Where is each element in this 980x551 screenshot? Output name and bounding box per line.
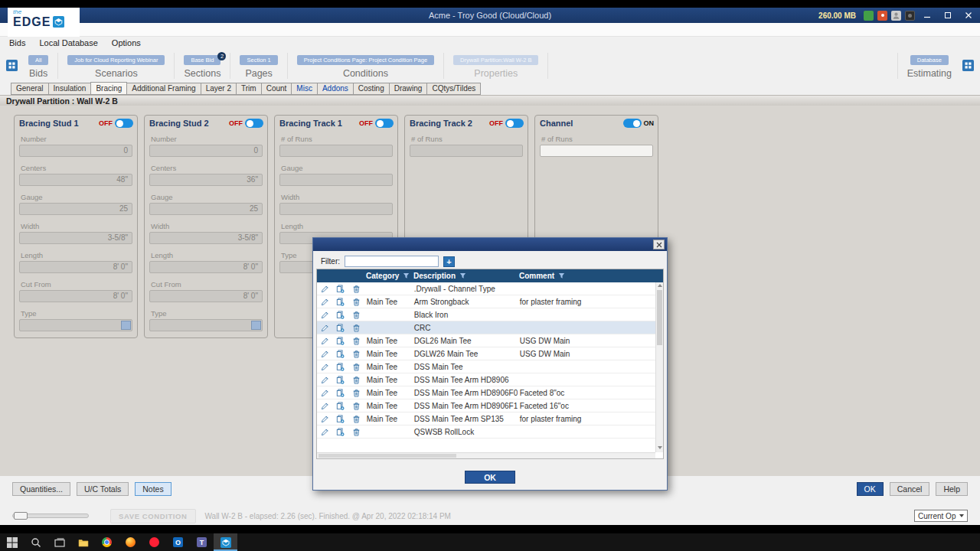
horizontal-scrollbar[interactable] xyxy=(317,452,655,458)
scenarios-pill[interactable]: Job for Cloud Reporting Webinar xyxy=(67,55,165,65)
teams-icon[interactable]: T xyxy=(190,533,214,551)
menu-options[interactable]: Options xyxy=(112,38,141,47)
copy-icon[interactable] xyxy=(333,285,349,293)
delete-icon[interactable] xyxy=(348,376,364,384)
tab-count[interactable]: Count xyxy=(261,83,292,95)
filter-input[interactable] xyxy=(345,256,439,267)
edit-icon[interactable] xyxy=(317,363,333,371)
filter-funnel-icon[interactable] xyxy=(403,272,410,279)
tab-general[interactable]: General xyxy=(11,83,49,95)
table-row[interactable]: Main TeeDSS Main Tee Arm HD8906 xyxy=(317,373,655,386)
tab-bracing[interactable]: Bracing xyxy=(90,82,127,95)
delete-icon[interactable] xyxy=(348,285,364,293)
outlook-icon[interactable]: O xyxy=(166,533,190,551)
copy-icon[interactable] xyxy=(333,363,349,371)
toolbar-group-properties[interactable]: Drywall Partition:Wall W-2 B Properties xyxy=(444,53,548,79)
table-row[interactable]: .Drywall - Channel Type xyxy=(317,282,655,295)
table-row[interactable]: Main TeeArm Strongbackfor plaster framin… xyxy=(317,295,655,308)
runs-input[interactable] xyxy=(540,145,653,157)
edit-icon[interactable] xyxy=(317,389,333,397)
current-op-dropdown[interactable]: Current Op xyxy=(914,510,968,522)
start-icon[interactable] xyxy=(0,533,24,551)
delete-icon[interactable] xyxy=(348,363,364,371)
database-pill[interactable]: Database xyxy=(910,55,949,65)
uc-totals-button[interactable]: U/C Totals xyxy=(77,482,129,496)
cut-from-input[interactable]: 8' 0" xyxy=(19,290,132,302)
add-item-button[interactable]: + xyxy=(443,256,455,267)
edit-icon[interactable] xyxy=(317,298,333,306)
type-input[interactable] xyxy=(19,319,132,331)
delete-icon[interactable] xyxy=(348,415,364,423)
length-input[interactable]: 8' 0" xyxy=(149,261,263,273)
quantities-button[interactable]: Quantities... xyxy=(12,482,70,496)
table-row[interactable]: Black Iron xyxy=(317,308,655,321)
gauge-input[interactable]: 25 xyxy=(19,203,132,215)
help-button[interactable]: Help xyxy=(936,482,968,496)
dialog-title-bar[interactable] xyxy=(313,238,667,251)
bids-label[interactable]: Bids xyxy=(29,68,47,79)
bids-pill[interactable]: All xyxy=(28,55,48,65)
edge-app-icon[interactable] xyxy=(214,533,237,551)
type-picker-button[interactable] xyxy=(251,321,261,330)
properties-label[interactable]: Properties xyxy=(474,68,518,79)
sections-pill[interactable]: Base Bid xyxy=(184,55,220,65)
delete-icon[interactable] xyxy=(348,298,364,306)
edit-icon[interactable] xyxy=(317,285,333,293)
table-row[interactable]: Main TeeDGL26 Main TeeUSG DW Main xyxy=(317,334,655,347)
tab-additional-framing[interactable]: Additional Framing xyxy=(126,83,201,95)
copy-icon[interactable] xyxy=(333,376,349,384)
copy-icon[interactable] xyxy=(333,350,349,358)
pages-pill[interactable]: Section 1 xyxy=(240,55,277,65)
description-column-header[interactable]: Description xyxy=(412,272,518,280)
delete-icon[interactable] xyxy=(348,428,364,436)
toolbar-group-estimating[interactable]: Database Estimating xyxy=(897,53,961,79)
menu-bids[interactable]: Bids xyxy=(9,38,25,47)
delete-icon[interactable] xyxy=(348,337,364,345)
delete-icon[interactable] xyxy=(348,350,364,358)
category-column-header[interactable]: Category xyxy=(364,272,412,280)
edit-icon[interactable] xyxy=(317,402,333,410)
firefox-icon[interactable] xyxy=(119,533,142,551)
copy-icon[interactable] xyxy=(333,298,349,306)
tab-insulation[interactable]: Insulation xyxy=(48,83,92,95)
estimating-label[interactable]: Estimating xyxy=(907,68,952,79)
scrollbar-thumb[interactable] xyxy=(318,454,456,458)
centers-input[interactable]: 48" xyxy=(19,174,132,186)
copy-icon[interactable] xyxy=(333,337,349,345)
edit-icon[interactable] xyxy=(317,428,333,436)
sections-label[interactable]: Sections xyxy=(184,68,220,79)
copy-icon[interactable] xyxy=(333,389,349,397)
dialog-ok-button[interactable]: OK xyxy=(465,471,515,484)
tab-misc[interactable]: Misc xyxy=(291,83,318,95)
table-row[interactable]: CRC xyxy=(317,321,655,334)
width-input[interactable] xyxy=(279,203,393,215)
copy-icon[interactable] xyxy=(333,311,349,319)
apps-grid-icon[interactable] xyxy=(6,60,18,71)
scrollbar-thumb[interactable] xyxy=(657,290,662,345)
alert-icon[interactable] xyxy=(877,11,887,21)
copy-icon[interactable] xyxy=(333,428,349,436)
slider-thumb[interactable] xyxy=(14,512,28,520)
number-input[interactable]: 0 xyxy=(19,145,132,157)
edit-icon[interactable] xyxy=(317,311,333,319)
tab-addons[interactable]: Addons xyxy=(317,83,354,95)
cut-from-input[interactable]: 8' 0" xyxy=(149,290,263,302)
close-button[interactable] xyxy=(960,9,977,22)
type-picker-button[interactable] xyxy=(121,321,131,330)
search-icon[interactable] xyxy=(24,533,47,551)
gauge-input[interactable] xyxy=(279,174,393,186)
table-row[interactable]: Main TeeDSS Main Tee Arm SP135for plaste… xyxy=(317,412,655,425)
gauge-input[interactable]: 25 xyxy=(149,203,263,215)
ok-button[interactable]: OK xyxy=(857,482,884,496)
toolbar-group-bids[interactable]: All Bids xyxy=(19,53,58,79)
runs-input[interactable] xyxy=(279,145,393,157)
tab-trim[interactable]: Trim xyxy=(236,83,262,95)
toolbar-group-sections[interactable]: Base Bid 2 Sections xyxy=(175,53,230,79)
apps-grid-icon[interactable] xyxy=(962,60,974,71)
maximize-button[interactable] xyxy=(939,9,956,22)
copy-icon[interactable] xyxy=(333,402,349,410)
vertical-scrollbar[interactable] xyxy=(655,282,663,452)
channel-toggle[interactable] xyxy=(623,119,642,128)
edit-icon[interactable] xyxy=(317,324,333,332)
dialog-close-button[interactable] xyxy=(653,240,665,249)
